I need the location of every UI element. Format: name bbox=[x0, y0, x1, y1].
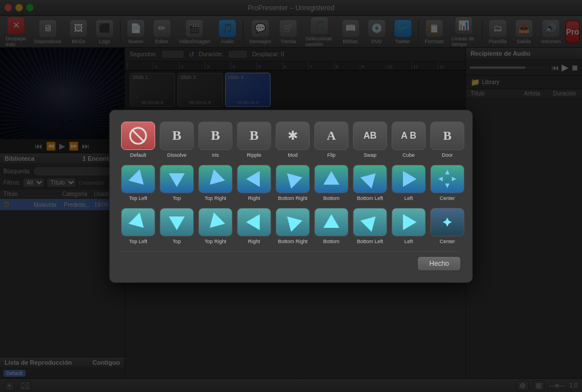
transition-default-label: Default bbox=[130, 152, 147, 158]
svg-marker-24 bbox=[443, 220, 447, 224]
svg-marker-3 bbox=[169, 173, 185, 187]
transition-iris-label: Iris bbox=[212, 152, 219, 158]
done-button[interactable]: Hecho bbox=[417, 256, 461, 271]
expand-icon bbox=[437, 169, 458, 189]
transition-bottomleft-2[interactable]: Bottom Left bbox=[353, 208, 387, 244]
svg-marker-9 bbox=[403, 171, 417, 187]
svg-marker-18 bbox=[282, 212, 302, 232]
transition-topright-2-icon bbox=[198, 208, 232, 236]
arrow-icon bbox=[321, 169, 342, 189]
transition-center-2-label: Center bbox=[439, 239, 455, 244]
transition-iris[interactable]: B Iris bbox=[198, 122, 232, 158]
transition-default-icon bbox=[121, 122, 155, 150]
transitions-modal-overlay: Default B Dissolve B Iris B Ripple ✱ Mod bbox=[0, 0, 582, 392]
transition-right-1[interactable]: Right bbox=[237, 165, 271, 201]
transition-top-1[interactable]: Top bbox=[160, 165, 194, 201]
transitions-row-3: Top Left Top Top Right Right bbox=[121, 208, 461, 244]
svg-line-1 bbox=[132, 130, 144, 142]
transition-bottomright-1-label: Bottom Right bbox=[278, 195, 307, 201]
transition-top-2-icon bbox=[160, 208, 194, 236]
transition-bottomright-2[interactable]: Bottom Right bbox=[276, 208, 310, 244]
transition-mod-icon: ✱ bbox=[276, 122, 310, 150]
svg-marker-19 bbox=[323, 214, 339, 228]
transition-topleft-1[interactable]: Top Left bbox=[121, 165, 155, 201]
transition-center-1-label: Center bbox=[439, 195, 455, 201]
transition-topright-2[interactable]: Top Right bbox=[198, 208, 232, 244]
svg-marker-17 bbox=[246, 214, 260, 230]
svg-marker-2 bbox=[128, 169, 148, 189]
transition-ripple-icon: B bbox=[237, 122, 271, 150]
transition-left-2[interactable]: Left bbox=[392, 208, 426, 244]
transition-mod-label: Mod bbox=[288, 152, 298, 158]
transition-bottomleft-2-label: Bottom Left bbox=[357, 239, 383, 244]
transition-topright-1[interactable]: Top Right bbox=[198, 165, 232, 201]
transition-topright-1-icon bbox=[198, 165, 232, 193]
transition-swap-label: Swap bbox=[364, 152, 377, 158]
arrow-icon bbox=[360, 212, 380, 232]
transition-bottom-2[interactable]: Bottom bbox=[314, 208, 348, 244]
transition-top-2[interactable]: Top bbox=[160, 208, 194, 244]
no-sign-icon bbox=[128, 126, 148, 146]
transition-left-1-icon bbox=[392, 165, 426, 193]
svg-marker-25 bbox=[447, 220, 452, 224]
arrow-icon bbox=[244, 212, 264, 232]
transition-left-1-label: Left bbox=[404, 195, 413, 201]
svg-marker-8 bbox=[360, 169, 380, 189]
transition-cube-icon: A B bbox=[392, 122, 426, 150]
transition-default[interactable]: Default bbox=[121, 122, 155, 158]
transition-left-2-label: Left bbox=[404, 239, 413, 244]
transition-ripple[interactable]: B Ripple bbox=[237, 122, 271, 158]
arrow-icon bbox=[398, 169, 419, 189]
transition-bottomright-2-icon bbox=[276, 208, 310, 236]
arrow-icon bbox=[167, 169, 187, 189]
contract-icon bbox=[437, 212, 458, 232]
transition-flip-icon: A bbox=[314, 122, 348, 150]
transitions-row-2: Top Left Top Top Right Right bbox=[121, 165, 461, 201]
transition-bottomleft-1[interactable]: Bottom Left bbox=[353, 165, 387, 201]
transition-topleft-1-label: Top Left bbox=[129, 195, 147, 201]
transition-mod[interactable]: ✱ Mod bbox=[276, 122, 310, 158]
transition-door[interactable]: B Door bbox=[430, 122, 464, 158]
transition-flip-label: Flip bbox=[327, 152, 336, 158]
arrow-icon bbox=[205, 212, 226, 232]
transition-door-label: Door bbox=[442, 152, 453, 158]
transition-left-2-icon bbox=[392, 208, 426, 236]
transition-right-2-label: Right bbox=[248, 239, 260, 244]
transition-topleft-2[interactable]: Top Left bbox=[121, 208, 155, 244]
transition-bottomright-1[interactable]: Bottom Right bbox=[276, 165, 310, 201]
svg-marker-7 bbox=[323, 171, 339, 185]
transition-right-2[interactable]: Right bbox=[237, 208, 271, 244]
arrow-icon bbox=[167, 212, 187, 232]
transition-bottom-1-icon bbox=[314, 165, 348, 193]
svg-marker-4 bbox=[205, 169, 225, 189]
transition-bottom-1[interactable]: Bottom bbox=[314, 165, 348, 201]
transition-ripple-label: Ripple bbox=[247, 152, 261, 158]
svg-marker-15 bbox=[169, 216, 185, 230]
transition-dissolve[interactable]: B Dissolve bbox=[160, 122, 194, 158]
transition-topright-1-label: Top Right bbox=[205, 195, 226, 201]
arrow-icon bbox=[398, 212, 419, 232]
transition-dissolve-icon: B bbox=[160, 122, 194, 150]
transition-flip[interactable]: A Flip bbox=[314, 122, 348, 158]
transition-right-1-icon bbox=[237, 165, 271, 193]
svg-marker-10 bbox=[445, 170, 450, 174]
arrow-icon bbox=[321, 212, 342, 232]
transition-bottomleft-2-icon bbox=[353, 208, 387, 236]
modal-footer: Hecho bbox=[121, 251, 461, 271]
transition-cube[interactable]: A B Cube bbox=[392, 122, 426, 158]
svg-marker-13 bbox=[452, 177, 456, 181]
transition-center-1[interactable]: Center bbox=[430, 165, 464, 201]
transition-top-2-label: Top bbox=[173, 239, 181, 244]
transition-swap[interactable]: AB Swap bbox=[353, 122, 387, 158]
svg-marker-14 bbox=[128, 212, 148, 232]
transition-right-1-label: Right bbox=[248, 195, 260, 201]
transition-top-1-label: Top bbox=[173, 195, 181, 201]
transition-center-2[interactable]: Center bbox=[430, 208, 464, 244]
arrow-icon bbox=[205, 169, 226, 189]
svg-marker-5 bbox=[246, 171, 260, 187]
arrow-icon bbox=[128, 169, 148, 189]
transition-iris-icon: B bbox=[198, 122, 232, 150]
svg-marker-12 bbox=[438, 177, 443, 181]
transition-bottomleft-1-icon bbox=[353, 165, 387, 193]
transition-left-1[interactable]: Left bbox=[392, 165, 426, 201]
